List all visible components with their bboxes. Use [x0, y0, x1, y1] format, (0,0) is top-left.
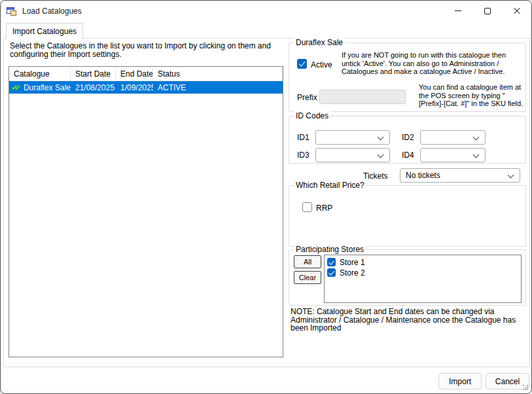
tab-import-catalogues[interactable]: Import Catalogues: [6, 23, 83, 39]
group-which-retail-price: Which Retail Price? RRP: [289, 185, 526, 247]
group-participating-stores: Participating Stores All Clear Store 1 S…: [289, 249, 526, 306]
id3-dropdown[interactable]: [315, 148, 390, 162]
catalogue-name: Duraflex Sale: [24, 83, 71, 92]
maximize-icon: [484, 8, 491, 14]
group-id-codes-title: ID Codes: [294, 111, 330, 120]
active-label[interactable]: Active: [311, 60, 332, 69]
id4-label: ID4: [402, 151, 414, 160]
select-all-stores-button[interactable]: All: [294, 255, 321, 268]
store-item[interactable]: Store 1: [327, 257, 521, 267]
window-controls: [443, 1, 531, 22]
id4-dropdown[interactable]: [420, 148, 486, 162]
note-text: NOTE: Catalogue Start and End dates can …: [291, 308, 529, 332]
prefix-help-text: You can find a catalogue item at the POS…: [419, 83, 529, 108]
app-icon: [7, 6, 17, 16]
maximize-button[interactable]: [472, 1, 502, 21]
active-checkbox[interactable]: [297, 59, 307, 69]
column-header-start-date[interactable]: Start Date: [71, 67, 116, 81]
clear-stores-button[interactable]: Clear: [294, 271, 321, 284]
list-header: Catalogue Start Date End Date Status: [9, 67, 283, 81]
store1-label: Store 1: [340, 258, 365, 267]
cell-end-date: 1/09/2025: [116, 83, 153, 92]
store1-checkbox[interactable]: [327, 258, 336, 266]
tickets-label: Tickets: [363, 171, 388, 181]
minimize-button[interactable]: [443, 1, 472, 21]
store-checklist[interactable]: Store 1 Store 2: [324, 255, 522, 303]
column-header-status[interactable]: Status: [153, 67, 283, 81]
store2-checkbox[interactable]: [327, 268, 336, 277]
group-stores-title: Participating Stores: [294, 245, 366, 254]
column-header-catalogue[interactable]: Catalogue: [9, 67, 71, 81]
cell-start-date: 21/08/2025: [71, 83, 116, 92]
window-title: Load Catalogues: [22, 7, 82, 16]
store-item[interactable]: Store 2: [327, 268, 521, 278]
cell-status: ACTIVE: [153, 83, 283, 92]
id1-dropdown[interactable]: [315, 130, 390, 145]
instructions-text: Select the Catalogues in the list you wa…: [10, 42, 285, 59]
id2-dropdown[interactable]: [420, 130, 486, 145]
load-catalogues-dialog: Load Catalogues Import Catalogues Select…: [0, 0, 532, 394]
store2-label: Store 2: [340, 268, 365, 278]
id3-label: ID3: [297, 151, 310, 160]
rrp-checkbox[interactable]: [302, 202, 312, 212]
close-icon: [513, 7, 521, 15]
prefix-label: Prefix: [297, 93, 317, 102]
minimize-icon: [455, 10, 461, 11]
prefix-input[interactable]: [319, 90, 406, 104]
tickets-dropdown[interactable]: No tickets: [400, 168, 520, 183]
resize-grip[interactable]: [523, 385, 529, 391]
import-button[interactable]: Import: [438, 373, 482, 389]
titlebar[interactable]: Load Catalogues: [1, 1, 531, 22]
id1-label: ID1: [297, 133, 310, 142]
table-row-duraflex-sale[interactable]: ✔✔ Duraflex Sale 21/08/2025 1/09/2025 AC…: [9, 81, 283, 94]
close-button[interactable]: [502, 1, 531, 21]
group-duraflex-sale: Duraflex Sale Active If you are NOT goin…: [289, 43, 526, 112]
cell-catalogue: ✔✔ Duraflex Sale: [9, 83, 71, 92]
active-help-text: If you are NOT going to run with this ca…: [342, 51, 526, 76]
column-header-end-date[interactable]: End Date: [116, 67, 153, 81]
id2-label: ID2: [402, 133, 414, 142]
catalogue-list[interactable]: Catalogue Start Date End Date Status ✔✔ …: [9, 66, 283, 357]
group-duraflex-title: Duraflex Sale: [294, 38, 345, 47]
group-retail-title: Which Retail Price?: [294, 181, 366, 190]
rrp-label[interactable]: RRP: [316, 204, 332, 213]
group-id-codes: ID Codes ID1 ID2 ID3 ID4: [289, 116, 526, 164]
catalogue-checked-icon: ✔✔: [11, 83, 20, 92]
